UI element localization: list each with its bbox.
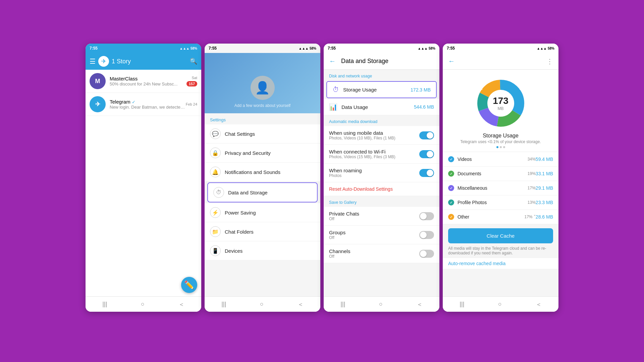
battery-icon-3: 58%: [429, 47, 435, 50]
private-chats-content: Private Chats Off: [329, 211, 419, 221]
private-chats-toggle[interactable]: [419, 212, 434, 220]
status-icons-3: ▲▲▲ 58%: [418, 47, 435, 50]
nav-back-3[interactable]: ＜: [417, 300, 423, 308]
private-chats-item[interactable]: Private Chats Off: [324, 207, 439, 226]
data-storage-icon: ⏱: [213, 187, 224, 198]
docs-color-dot: ✓: [448, 171, 454, 177]
profile-photos-size: 23.3 MB: [536, 200, 553, 205]
pct-videos: 34%: [513, 79, 520, 83]
nav-home-4[interactable]: ○: [498, 301, 502, 308]
nav-home-1[interactable]: ○: [141, 301, 145, 308]
mobile-data-toggle[interactable]: [419, 131, 434, 139]
settings-item-privacy[interactable]: 🔒 Privacy and Security: [205, 143, 320, 163]
signal-icon-2: ▲▲▲: [299, 47, 309, 50]
other-color-dot: ✓: [448, 214, 454, 220]
breakdown-profile-photos[interactable]: ✓ Profile Photos 13% 23.3 MB: [443, 195, 558, 210]
groups-item[interactable]: Groups Off: [324, 226, 439, 244]
settings-item-chat[interactable]: 💬 Chat Settings: [205, 124, 320, 143]
settings-label-folders: Chat Folders: [225, 229, 254, 235]
settings-label-data: Data and Storage: [228, 190, 268, 195]
channels-item[interactable]: Channels Off: [324, 244, 439, 263]
channels-sub: Off: [329, 254, 419, 259]
private-chats-label: Private Chats: [329, 211, 419, 217]
signal-icon-4: ▲▲▲: [537, 47, 547, 50]
roaming-item[interactable]: When roaming Photos: [324, 164, 439, 182]
mobile-data-item[interactable]: When using mobile data Photos, Videos (1…: [324, 126, 439, 145]
settings-scroll: Settings 💬 Chat Settings 🔒 Privacy and S…: [205, 113, 320, 296]
channels-toggle[interactable]: [419, 250, 434, 258]
nav-recent-apps-4[interactable]: |||: [460, 301, 464, 308]
settings-item-data[interactable]: ⏱ Data and Storage: [207, 182, 318, 202]
dot-inactive-1: [500, 146, 502, 148]
wifi-content: When connected to Wi-Fi Photos, Videos (…: [329, 149, 419, 159]
clear-cache-button[interactable]: Clear Cache: [448, 228, 553, 243]
private-chats-sub: Off: [329, 217, 419, 221]
roaming-toggle[interactable]: [419, 169, 434, 177]
search-icon[interactable]: 🔍: [190, 58, 197, 65]
reset-auto-download[interactable]: Reset Auto-Download Settings: [324, 182, 439, 196]
settings-label-chat: Chat Settings: [225, 131, 255, 137]
chat-list-title: 1 Story: [112, 58, 131, 65]
settings-item-notifications[interactable]: 🔔 Notifications and Sounds: [205, 163, 320, 182]
back-button-4[interactable]: ←: [448, 57, 455, 65]
chat-item-masterclass[interactable]: M MasterClass 50% discount for 24h New S…: [86, 70, 201, 93]
cache-note: All media will stay in the Telegram clou…: [443, 245, 558, 258]
screen-data-storage: 7:55 ▲▲▲ 58% ← Data and Storage Disk and…: [324, 44, 439, 312]
nav-back-2[interactable]: ＜: [298, 300, 304, 308]
pct-docs: 19%: [475, 86, 483, 90]
status-icons-4: ▲▲▲ 58%: [537, 47, 554, 50]
screens-container: 7:55 ▲▲▲ 58% ☰ ✈ 1 Story 🔍 M: [84, 44, 560, 318]
donut-center: 173 MB: [493, 96, 508, 111]
docs-label: Documents: [458, 171, 526, 176]
nav-back-4[interactable]: ＜: [536, 300, 542, 308]
profile-bio: Add a few words about yourself: [234, 103, 290, 108]
telegram-icon: ✈: [101, 58, 106, 65]
other-label: Other: [458, 214, 523, 220]
nav-recent-apps-2[interactable]: |||: [221, 301, 226, 308]
settings-item-power[interactable]: ⚡ Power Saving: [205, 203, 320, 222]
wifi-toggle[interactable]: [419, 150, 434, 158]
back-button-3[interactable]: ←: [329, 57, 336, 65]
wifi-label: When connected to Wi-Fi: [329, 149, 419, 155]
misc-size: 29.1 MB: [536, 185, 553, 191]
compose-fab[interactable]: ✏️: [181, 277, 197, 293]
groups-toggle[interactable]: [419, 231, 434, 239]
mobile-data-sub: Photos, Videos (10 MB), Files (1 MB): [329, 136, 419, 140]
chat-list-container: M MasterClass 50% discount for 24h New S…: [86, 70, 201, 296]
other-size: 28.6 MB: [536, 214, 553, 220]
more-options-icon[interactable]: ⋮: [546, 57, 553, 65]
top-bar-left: ☰ ✈ 1 Story: [90, 56, 131, 67]
breakdown-other[interactable]: ✓ Other 17% ˅ 28.6 MB: [443, 210, 558, 224]
devices-icon: 📱: [210, 245, 221, 256]
roaming-content: When roaming Photos: [329, 168, 419, 178]
battery-icon-2: 58%: [310, 47, 316, 50]
breakdown-documents[interactable]: ✓ Documents 19% 33.1 MB: [443, 167, 558, 181]
auto-remove-link[interactable]: Auto-remove cached media: [443, 258, 558, 269]
nav-home-3[interactable]: ○: [379, 301, 383, 308]
groups-content: Groups Off: [329, 230, 419, 240]
breakdown-misc[interactable]: ✓ Miscellaneous 17% 29.1 MB: [443, 181, 558, 195]
pct-photos: 13%: [511, 123, 518, 127]
settings-label-power: Power Saving: [225, 210, 256, 216]
nav-back-1[interactable]: ＜: [178, 300, 184, 308]
bottom-nav-4: ||| ○ ＜: [443, 296, 558, 312]
mobile-data-label: When using mobile data: [329, 130, 419, 136]
wifi-item[interactable]: When connected to Wi-Fi Photos, Videos (…: [324, 145, 439, 164]
hamburger-icon[interactable]: ☰: [90, 57, 96, 65]
data-usage-item[interactable]: 📊 Data Usage 544.6 MB: [324, 99, 439, 115]
donut-unit: MB: [493, 106, 508, 111]
settings-label-devices: Devices: [225, 248, 243, 254]
videos-color-dot: ✓: [448, 156, 454, 162]
storage-usage-item[interactable]: ⏱ Storage Usage 172.3 MB: [326, 81, 437, 98]
profile-avatar: 👤: [251, 76, 275, 100]
nav-recent-apps-3[interactable]: |||: [340, 301, 345, 308]
time-4: 7:55: [447, 46, 455, 51]
chat-item-telegram[interactable]: ✈ Telegram ✓ New login. Dear Batman, we …: [86, 93, 201, 116]
settings-item-folders[interactable]: 📁 Chat Folders: [205, 222, 320, 241]
nav-recent-apps-1[interactable]: |||: [102, 301, 107, 308]
settings-label-privacy: Privacy and Security: [225, 150, 271, 156]
nav-bar-4: ← ⋮: [443, 53, 558, 70]
breakdown-videos[interactable]: ✓ Videos 34% 59.4 MB: [443, 152, 558, 167]
nav-home-2[interactable]: ○: [260, 301, 264, 308]
settings-item-devices[interactable]: 📱 Devices: [205, 241, 320, 260]
